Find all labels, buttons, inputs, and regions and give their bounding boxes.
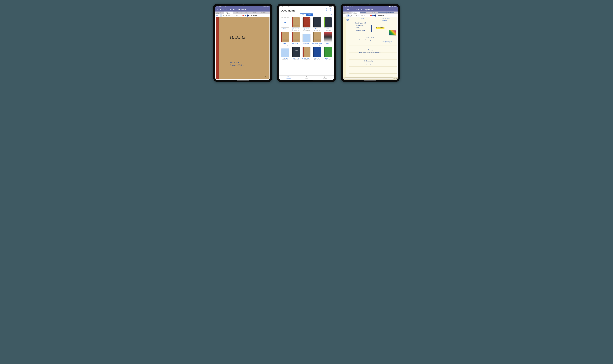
doc-name[interactable]: MacStories Notes ⌄ xyxy=(312,43,322,44)
color-navy-selected[interactable] xyxy=(247,15,249,16)
undo-icon[interactable] xyxy=(230,9,232,11)
zoom-back-icon[interactable]: ‹ xyxy=(344,78,344,79)
doc-thumbnail[interactable]: ★Idea Plan xyxy=(292,47,300,57)
tab-macstories-notes[interactable]: MacStories Notes xyxy=(215,12,224,14)
back-icon[interactable] xyxy=(217,9,218,11)
doc-cell[interactable]: ★MacStoriesMacStories Notes ⌄4 minutes a… xyxy=(312,32,322,46)
eraser-tool-icon[interactable] xyxy=(225,14,227,17)
doc-cell[interactable]: ★Idea Planplanning ⌄4 minutes ago xyxy=(291,47,301,60)
sort-date[interactable]: Date xyxy=(300,13,306,16)
tab-search[interactable]: Search xyxy=(297,76,316,80)
doc-thumbnail[interactable]: ★ xyxy=(324,32,332,42)
tab-overflow[interactable]: ⋯ xyxy=(395,12,398,14)
doc-cell[interactable]: ★MacStoriesMacStories ⌄4 minutes ago xyxy=(291,32,301,46)
doc-cell[interactable]: ＋New... xyxy=(280,17,290,31)
settings-button[interactable] xyxy=(329,8,331,11)
close-tab-icon[interactable]: ✕ xyxy=(224,12,225,13)
tab-ideas[interactable]: Ideas xyxy=(241,12,250,14)
back-icon[interactable] xyxy=(344,9,346,11)
doc-name[interactable]: planning ⌄ xyxy=(293,58,299,59)
doc-name[interactable]: New... xyxy=(283,28,287,29)
favorite-star-icon[interactable]: ★ xyxy=(309,47,310,49)
doc-name[interactable]: AppStories ⌄ xyxy=(303,28,310,29)
share-icon[interactable] xyxy=(228,9,230,11)
doc-name[interactable]: Squibner ⌄ xyxy=(314,58,320,59)
doc-cell[interactable]: ★App Reviews ⌄54 seconds ago xyxy=(291,17,301,31)
bookmark-icon[interactable] xyxy=(225,9,227,11)
doc-name[interactable]: Home ⌄ xyxy=(326,28,330,29)
tab-quick[interactable]: quick xyxy=(250,12,259,14)
select-button[interactable]: ✓ xyxy=(326,8,328,11)
lasso-tool-icon[interactable] xyxy=(231,14,233,17)
embedded-photo[interactable] xyxy=(389,30,396,35)
doc-cell[interactable]: ★Dialog ⌄3 minutes ago xyxy=(312,17,322,31)
doc-cell[interactable]: ★Project Dieci ⌄4 minutes ago xyxy=(301,47,311,60)
doc-cell[interactable]: ★Week 1 ⌄6 minutes ago xyxy=(323,47,333,60)
favorite-star-icon[interactable]: ★ xyxy=(330,18,331,19)
doc-cell[interactable]: ★notes ⌄17 hours ago xyxy=(323,32,333,46)
tab-appstories[interactable]: AppStories xyxy=(259,12,268,14)
favorite-star-icon[interactable]: ★ xyxy=(330,47,331,49)
doc-name[interactable]: MacStories ⌄ xyxy=(303,43,310,44)
doc-thumbnail[interactable]: ★ xyxy=(292,17,300,27)
search-icon[interactable] xyxy=(350,9,352,11)
favorite-star-icon[interactable]: ★ xyxy=(298,32,299,34)
favorite-star-icon[interactable]: ★ xyxy=(320,18,321,19)
redo-icon[interactable] xyxy=(233,9,235,11)
add-icon[interactable] xyxy=(236,9,237,11)
doc-name[interactable]: App Reviews ⌄ xyxy=(292,28,300,29)
doc-name[interactable]: notes ⌄ xyxy=(326,43,330,44)
doc-thumbnail[interactable]: ★ xyxy=(324,17,332,27)
stroke-thick[interactable] xyxy=(255,15,257,16)
nav-title[interactable]: App Reviews ⌄ xyxy=(238,9,248,11)
favorite-star-icon[interactable]: ★ xyxy=(298,47,299,49)
text-tool-icon[interactable] xyxy=(366,14,368,17)
doc-thumbnail[interactable]: ＋ xyxy=(281,17,289,27)
nav-title[interactable]: App Reviews ⌄ xyxy=(365,9,375,11)
doc-thumbnail[interactable]: ★Typewriter Stuff xyxy=(281,32,289,42)
tab-notes[interactable]: notes xyxy=(233,12,241,14)
doc-cell[interactable]: ★Typewriter StuffIdeas ⌄4 minutes ago xyxy=(280,32,290,46)
doc-thumbnail[interactable]: ★MacStories xyxy=(313,32,321,42)
share-icon[interactable] xyxy=(356,9,358,11)
undo-icon[interactable] xyxy=(358,9,359,11)
doc-cell[interactable]: ★Home ⌄5 minutes ago xyxy=(323,17,333,31)
doc-name[interactable]: MacStories ⌄ xyxy=(292,43,300,44)
color-navy-selected[interactable] xyxy=(375,15,376,16)
doc-name[interactable]: Week 1 ⌄ xyxy=(325,58,331,59)
redo-icon[interactable] xyxy=(361,9,362,11)
shape-tool-icon[interactable] xyxy=(228,14,230,17)
tab-ideas[interactable]: Ideas xyxy=(369,12,378,14)
image-tool-icon[interactable] xyxy=(233,14,236,17)
doc-cell[interactable]: Personal ⌄5 minutes ago xyxy=(280,47,290,60)
tab-app-reviews[interactable]: ✕App Reviews xyxy=(224,12,233,14)
search-icon[interactable] xyxy=(223,9,224,11)
pen-tool-icon[interactable] xyxy=(347,14,349,17)
favorite-star-icon[interactable]: ★ xyxy=(309,18,310,19)
doc-thumbnail[interactable]: ★AppStories xyxy=(303,17,310,27)
tab-favorites[interactable]: Favorites xyxy=(316,76,334,80)
tab-overflow[interactable]: ⋯ xyxy=(268,12,270,14)
doc-thumbnail[interactable]: ★ xyxy=(303,47,310,57)
bookmark-icon[interactable] xyxy=(353,9,355,11)
color-blue[interactable] xyxy=(372,15,374,16)
doc-name[interactable]: Project Dieci ⌄ xyxy=(303,58,311,59)
doc-thumbnail[interactable] xyxy=(303,34,310,42)
favorite-star-icon[interactable]: ★ xyxy=(320,47,321,49)
grid-icon[interactable] xyxy=(220,9,221,11)
zoom-input-area[interactable] xyxy=(345,78,393,79)
favorite-star-icon[interactable]: ★ xyxy=(288,32,289,34)
zoom-tool-icon[interactable] xyxy=(344,14,346,17)
color-red[interactable] xyxy=(242,15,244,16)
docs-grid[interactable]: ＋New...★App Reviews ⌄54 seconds ago★AppS… xyxy=(279,16,334,75)
color-red[interactable] xyxy=(370,15,372,16)
list-view-icon[interactable] xyxy=(331,14,332,15)
sort-name[interactable]: Name xyxy=(306,13,313,16)
doc-thumbnail[interactable]: ★MacStories xyxy=(292,32,300,42)
doc-thumbnail[interactable]: ★ xyxy=(313,17,321,27)
zoom-tool-icon[interactable] xyxy=(216,14,218,17)
pen-tool-icon[interactable] xyxy=(220,14,222,17)
doc-name[interactable]: Dialog ⌄ xyxy=(315,28,320,29)
favorite-star-icon[interactable]: ★ xyxy=(298,18,299,19)
camera-tool-icon[interactable] xyxy=(236,14,238,17)
